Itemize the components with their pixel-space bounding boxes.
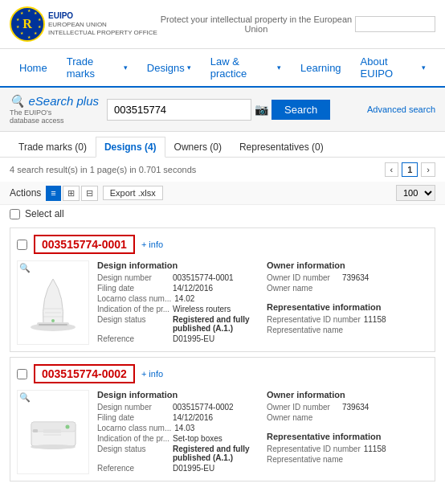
card-1-body: 🔍 Design information Design number — [17, 260, 428, 345]
tab-representatives[interactable]: Representatives (0) — [231, 137, 333, 158]
header-search-input[interactable] — [355, 16, 435, 32]
export-button[interactable]: Export .xlsx — [103, 186, 163, 200]
indication-value-2: Set-top boxes — [173, 434, 222, 443]
card-1-zoom-icon[interactable]: 🔍 — [19, 263, 31, 273]
nav-trademarks-arrow: ▾ — [124, 64, 128, 72]
reference-label-2: Reference — [97, 464, 169, 473]
filing-date-label-2: Filing date — [97, 413, 169, 422]
info-row: Indication of the pr... Set-top boxes — [97, 434, 259, 443]
info-row: Representative ID number 11158 — [267, 315, 428, 324]
svg-point-18 — [51, 319, 55, 322]
filing-date-value-2: 14/12/2016 — [173, 413, 213, 422]
info-row: Representative ID number 11158 — [267, 445, 428, 453]
info-row: Design number 003515774-0001 — [97, 273, 259, 282]
locarno-value-2: 14.03 — [174, 424, 194, 432]
card-2-checkbox[interactable] — [17, 369, 27, 379]
card-2-header: 003515774-0002 + info — [17, 364, 428, 383]
status-label-2: Design status — [97, 445, 169, 462]
locarno-value: 14.02 — [174, 294, 194, 303]
card-2-plus-info[interactable]: + info — [141, 369, 163, 379]
tab-owners[interactable]: Owners (0) — [165, 137, 231, 158]
rep-id-value: 11158 — [364, 315, 386, 324]
tabs-bar: Trade marks (0) Designs (4) Owners (0) R… — [0, 132, 445, 158]
select-all-checkbox[interactable] — [10, 209, 20, 219]
nav-home[interactable]: Home — [10, 55, 57, 80]
info-row: Owner name — [267, 284, 428, 293]
esearch-sub1: The EUIPO's — [10, 109, 99, 117]
info-row: Indication of the pr... Wireless routers — [97, 305, 259, 313]
status-label: Design status — [97, 315, 169, 333]
svg-rect-14 — [39, 324, 67, 326]
org-line2: INTELLECTUAL PROPERTY OFFICE — [48, 29, 157, 37]
select-all-bar: Select all — [0, 205, 445, 223]
nav-trademarks[interactable]: Trade marks ▾ — [57, 49, 137, 86]
view-list-button[interactable]: ≡ — [46, 186, 60, 201]
advanced-search-link[interactable]: Advanced search — [367, 104, 435, 114]
camera-icon[interactable]: 📷 — [255, 103, 268, 116]
card-2-design-id[interactable]: 003515774-0002 — [34, 364, 135, 383]
nav-about[interactable]: About EUIPO ▾ — [351, 49, 435, 86]
prev-page-button[interactable]: ‹ — [385, 162, 399, 177]
card-1-checkbox[interactable] — [17, 240, 27, 250]
search-button[interactable]: Search — [271, 100, 330, 120]
indication-value: Wireless routers — [173, 305, 231, 313]
esearch-logo: 🔍 eSearch plus The EUIPO's database acce… — [10, 94, 99, 125]
info-row: Design number 003515774-0002 — [97, 403, 259, 412]
nav-law-arrow: ▾ — [277, 64, 281, 72]
select-all-label: Select all — [25, 208, 64, 219]
card-2-rep-info-title: Representative information — [267, 432, 428, 441]
design-card-2: 003515774-0002 + info 🔍 — [10, 357, 435, 481]
info-row: Locarno class num... 14.02 — [97, 294, 259, 303]
view-grid-button[interactable]: ⊞ — [63, 186, 80, 201]
org-line1: EUROPEAN UNION — [48, 21, 157, 29]
card-1-info: Design information Design number 0035157… — [97, 260, 428, 345]
card-2-body: 🔍 Design information — [17, 390, 428, 474]
info-row: Representative name — [267, 455, 428, 464]
card-2-owner-info-title: Owner information — [267, 390, 428, 400]
rep-id-value-2: 11158 — [364, 445, 386, 453]
info-row: Design status Registered and fully publi… — [97, 445, 259, 462]
euipo-logo: R ★ ★ ★ ★ ★ ★ ★ ★ ★ ★ EUIPO EUROPEAN UNI… — [10, 6, 157, 42]
reference-value: D01995-EU — [173, 334, 214, 343]
main-search-input[interactable] — [107, 99, 251, 121]
filing-date-value: 14/12/2016 — [173, 284, 213, 293]
results-text: 4 search result(s) in 1 page(s) in 0.701… — [10, 165, 196, 174]
nav-learning[interactable]: Learning — [291, 55, 351, 80]
per-page-select[interactable]: 100 50 25 — [396, 185, 435, 201]
card-2-owner-info: Owner information Owner ID number 739634… — [267, 390, 428, 474]
nav-law[interactable]: Law & practice ▾ — [201, 49, 291, 86]
router-image — [29, 272, 77, 333]
owner-id-label-2: Owner ID number — [267, 403, 339, 412]
tab-trademarks[interactable]: Trade marks (0) — [10, 137, 96, 158]
card-1-plus-info[interactable]: + info — [141, 240, 163, 249]
card-2-design-info-title: Design information — [97, 390, 259, 400]
nav-designs[interactable]: Designs ▾ — [137, 55, 201, 80]
card-2-design-info: Design information Design number 0035157… — [97, 390, 259, 474]
info-row: Reference D01995-EU — [97, 464, 259, 473]
card-1-design-id[interactable]: 003515774-0001 — [34, 235, 135, 254]
current-page: 1 — [402, 162, 418, 177]
info-row: Representative name — [267, 326, 428, 334]
header-tagline: Protect your intellectual property in th… — [157, 14, 355, 34]
owner-name-label: Owner name — [267, 284, 339, 293]
settopbox-image — [27, 410, 80, 454]
owner-id-label: Owner ID number — [267, 273, 339, 282]
info-row: Owner ID number 739634 — [267, 273, 428, 282]
view-toggle-group: ≡ ⊞ ⊟ — [46, 186, 97, 201]
info-row: Design status Registered and fully publi… — [97, 315, 259, 333]
nav-about-arrow: ▾ — [422, 64, 426, 72]
locarno-label: Locarno class num... — [97, 294, 171, 303]
card-1-owner-info: Owner information Owner ID number 739634… — [267, 260, 428, 345]
svg-text:R: R — [22, 17, 32, 31]
info-row: Reference D01995-EU — [97, 334, 259, 343]
next-page-button[interactable]: › — [421, 162, 435, 177]
indication-label: Indication of the pr... — [97, 305, 169, 313]
info-row: Filing date 14/12/2016 — [97, 284, 259, 293]
card-2-info: Design information Design number 0035157… — [97, 390, 428, 474]
view-table-button[interactable]: ⊟ — [81, 186, 98, 201]
filing-date-label: Filing date — [97, 284, 169, 293]
design-number-label: Design number — [97, 273, 169, 282]
tab-designs[interactable]: Designs (4) — [96, 137, 165, 158]
card-2-zoom-icon[interactable]: 🔍 — [19, 392, 31, 403]
design-number-label-2: Design number — [97, 403, 169, 412]
